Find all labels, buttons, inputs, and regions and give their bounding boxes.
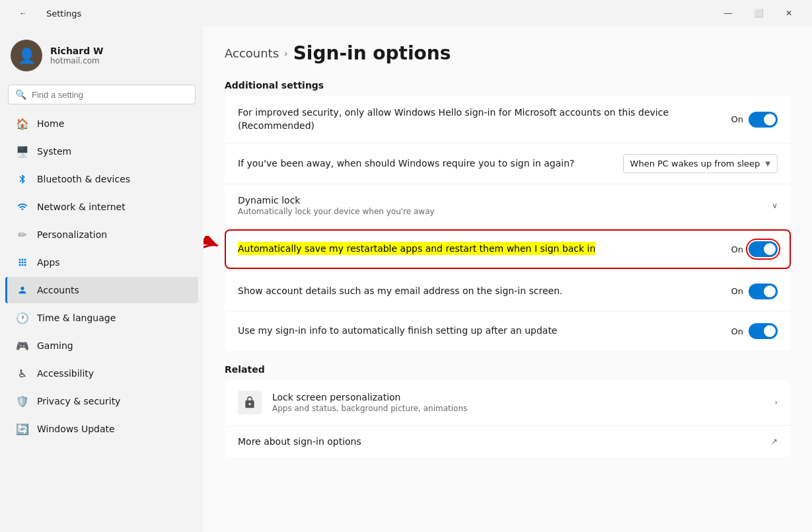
breadcrumb-separator: › xyxy=(284,48,288,59)
back-button[interactable]: ← xyxy=(8,3,38,24)
chevron-down-icon: ▼ xyxy=(765,160,770,167)
sidebar-item-label: Apps xyxy=(37,257,60,268)
windows-hello-on-label: On xyxy=(731,114,743,124)
titlebar: ← Settings — ⬜ ✕ xyxy=(0,0,812,26)
restart-apps-toggle[interactable] xyxy=(749,241,778,257)
windows-hello-toggle[interactable] xyxy=(749,112,778,128)
windows-hello-row: For improved security, only allow Window… xyxy=(225,96,791,143)
sign-in-info-toggle[interactable] xyxy=(749,323,778,339)
sidebar: 👤 Richard W hotmail.com 🔍 🏠 Home 🖥️ Syst… xyxy=(0,26,203,532)
additional-settings-card: For improved security, only allow Window… xyxy=(225,96,791,227)
sidebar-item-gaming[interactable]: 🎮 Gaming xyxy=(5,332,198,359)
system-icon: 🖥️ xyxy=(16,145,29,158)
lock-screen-icon xyxy=(238,391,262,414)
sidebar-item-network[interactable]: Network & internet xyxy=(5,194,198,220)
restart-apps-wrapper: Automatically save my restartable apps a… xyxy=(225,229,791,269)
maximize-button[interactable]: ⬜ xyxy=(743,3,774,24)
titlebar-title: Settings xyxy=(46,9,81,19)
sidebar-item-label: Bluetooth & devices xyxy=(37,174,130,184)
sidebar-item-accounts[interactable]: Accounts xyxy=(5,277,198,303)
breadcrumb: Accounts › Sign-in options xyxy=(225,42,791,64)
restart-apps-control[interactable]: On xyxy=(731,241,778,257)
away-lock-text: If you've been away, when should Windows… xyxy=(238,157,612,171)
breadcrumb-parent[interactable]: Accounts xyxy=(225,46,279,60)
avatar: 👤 xyxy=(11,40,42,71)
sidebar-item-label: Network & internet xyxy=(37,202,126,212)
restart-apps-on-label: On xyxy=(731,245,743,254)
related-section-title: Related xyxy=(225,364,791,375)
search-icon: 🔍 xyxy=(15,89,26,100)
lock-screen-title: Lock screen personalization xyxy=(272,392,764,402)
dynamic-lock-row[interactable]: Dynamic lock Automatically lock your dev… xyxy=(225,184,791,227)
windows-hello-text: For improved security, only allow Window… xyxy=(238,106,721,132)
search-input[interactable] xyxy=(32,90,188,100)
away-lock-row: If you've been away, when should Windows… xyxy=(225,143,791,184)
sidebar-item-label: Accounts xyxy=(37,285,79,295)
sidebar-item-privacy[interactable]: 🛡️ Privacy & security xyxy=(5,388,198,414)
account-details-on-label: On xyxy=(731,286,743,296)
user-name: Richard W xyxy=(50,46,104,56)
time-icon: 🕐 xyxy=(16,311,29,324)
sidebar-item-bluetooth[interactable]: Bluetooth & devices xyxy=(5,166,198,192)
chevron-down-icon: ∨ xyxy=(772,201,778,210)
related-card: Lock screen personalization Apps and sta… xyxy=(225,380,791,457)
away-lock-dropdown[interactable]: When PC wakes up from sleep ▼ xyxy=(623,154,778,173)
sidebar-item-label: Gaming xyxy=(37,340,73,351)
sidebar-item-label: Accessibility xyxy=(37,368,94,379)
additional-settings-title: Additional settings xyxy=(225,80,791,91)
sidebar-item-label: Personalization xyxy=(37,229,107,240)
account-details-control[interactable]: On xyxy=(731,284,778,299)
search-box[interactable]: 🔍 xyxy=(8,85,196,104)
gaming-icon: 🎮 xyxy=(16,339,29,352)
dropdown-value: When PC wakes up from sleep xyxy=(630,159,760,169)
lock-screen-subtitle: Apps and status, background picture, ani… xyxy=(272,404,764,413)
sidebar-item-home[interactable]: 🏠 Home xyxy=(5,110,198,137)
windows-hello-control[interactable]: On xyxy=(731,112,778,128)
more-sign-in-row[interactable]: More about sign-in options ↗ xyxy=(225,426,791,457)
more-sign-in-title: More about sign-in options xyxy=(238,436,760,447)
sign-in-info-control[interactable]: On xyxy=(731,323,778,339)
sidebar-item-label: Windows Update xyxy=(37,424,115,434)
account-details-row: Show account details such as my email ad… xyxy=(225,272,791,311)
sidebar-item-time[interactable]: 🕐 Time & language xyxy=(5,305,198,331)
sidebar-item-label: Time & language xyxy=(37,313,116,323)
sign-in-info-row: Use my sign-in info to automatically fin… xyxy=(225,311,791,351)
lower-settings-card: Show account details such as my email ad… xyxy=(225,272,791,351)
dynamic-lock-title: Dynamic lock xyxy=(238,195,772,206)
sign-in-info-on-label: On xyxy=(731,326,743,336)
accessibility-icon: ♿ xyxy=(16,367,29,380)
home-icon: 🏠 xyxy=(16,117,29,130)
sidebar-item-label: System xyxy=(37,146,71,157)
user-profile[interactable]: 👤 Richard W hotmail.com xyxy=(0,32,203,82)
sidebar-item-update[interactable]: 🔄 Windows Update xyxy=(5,416,198,442)
annotation-arrow xyxy=(203,236,225,269)
account-details-text: Show account details such as my email ad… xyxy=(238,285,721,298)
account-details-toggle[interactable] xyxy=(749,284,778,299)
page-title: Sign-in options xyxy=(293,42,451,64)
bluetooth-icon xyxy=(16,172,29,186)
network-icon xyxy=(16,200,29,213)
restart-apps-text: Automatically save my restartable apps a… xyxy=(238,243,721,256)
personalization-icon: ✏️ xyxy=(16,228,29,241)
restart-apps-setting: Automatically save my restartable apps a… xyxy=(225,229,791,269)
sidebar-item-accessibility[interactable]: ♿ Accessibility xyxy=(5,360,198,387)
main-content: Accounts › Sign-in options Additional se… xyxy=(203,26,812,532)
sidebar-item-label: Privacy & security xyxy=(37,396,120,406)
lock-screen-row[interactable]: Lock screen personalization Apps and sta… xyxy=(225,380,791,426)
accounts-icon xyxy=(16,284,29,297)
restart-apps-row: Automatically save my restartable apps a… xyxy=(225,229,791,269)
sidebar-item-system[interactable]: 🖥️ System xyxy=(5,138,198,165)
dynamic-lock-subtitle: Automatically lock your device when you'… xyxy=(238,207,772,216)
minimize-button[interactable]: — xyxy=(713,3,743,24)
user-email: hotmail.com xyxy=(50,56,104,65)
sidebar-item-personalization[interactable]: ✏️ Personalization xyxy=(5,221,198,248)
away-lock-control[interactable]: When PC wakes up from sleep ▼ xyxy=(623,154,778,173)
sidebar-item-apps[interactable]: Apps xyxy=(5,249,198,276)
privacy-icon: 🛡️ xyxy=(16,395,29,408)
sign-in-info-text: Use my sign-in info to automatically fin… xyxy=(238,324,721,338)
update-icon: 🔄 xyxy=(16,422,29,436)
sidebar-item-label: Home xyxy=(37,118,64,129)
close-button[interactable]: ✕ xyxy=(774,3,804,24)
chevron-right-icon: › xyxy=(774,398,778,407)
apps-icon xyxy=(16,256,29,269)
